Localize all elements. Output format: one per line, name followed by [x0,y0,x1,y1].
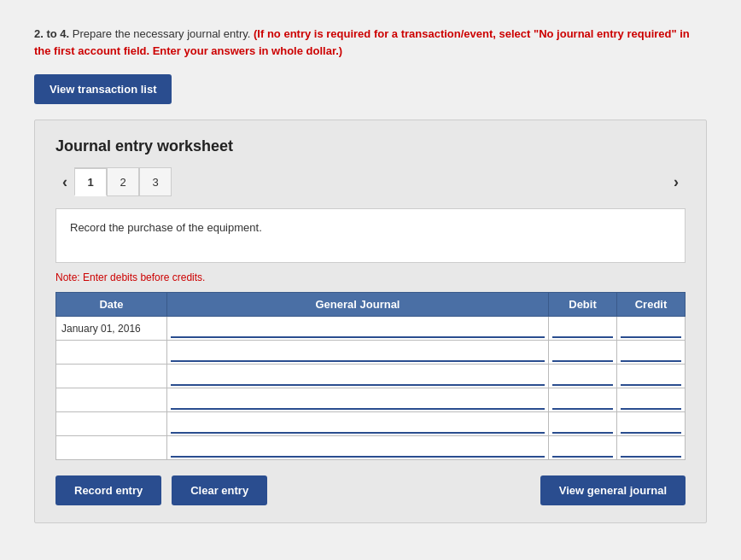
tabs-navigation: ‹ 1 2 3 › [55,167,686,196]
table-row [56,412,686,436]
cell-debit[interactable] [549,341,617,365]
cell-debit[interactable] [549,317,617,341]
cell-debit[interactable] [549,388,617,412]
journal-input[interactable] [171,343,545,362]
worksheet-title: Journal entry worksheet [55,137,686,155]
cell-credit[interactable] [617,341,686,365]
step-label: 2. to 4. [34,27,69,40]
cell-journal[interactable] [167,436,549,460]
cell-credit[interactable] [617,412,686,436]
cell-journal[interactable] [167,412,549,436]
action-buttons-row: Record entry Clear entry View general jo… [55,475,686,505]
col-header-journal: General Journal [167,293,549,317]
journal-input[interactable] [171,367,545,386]
cell-credit[interactable] [617,317,686,341]
cell-credit[interactable] [617,436,686,460]
journal-table: Date General Journal Debit Credit Januar… [55,292,686,460]
cell-credit[interactable] [617,388,686,412]
col-header-date: Date [56,293,167,317]
col-header-credit: Credit [617,293,686,317]
table-row [56,341,686,365]
next-tab-button[interactable]: › [667,171,686,193]
cell-debit[interactable] [549,365,617,388]
record-entry-button[interactable]: Record entry [55,475,161,505]
cell-date[interactable] [56,412,167,436]
journal-input[interactable] [171,415,545,434]
view-general-journal-button[interactable]: View general journal [540,475,686,505]
debit-input[interactable] [552,319,613,338]
credit-input[interactable] [621,367,681,386]
note-text: Note: Enter debits before credits. [55,271,686,283]
cell-date[interactable] [56,365,167,388]
entry-description: Record the purchase of the equipment. [55,208,686,263]
instructions: 2. to 4. Prepare the necessary journal e… [34,26,707,59]
cell-debit[interactable] [549,436,617,460]
credit-input[interactable] [621,439,681,458]
view-transaction-button[interactable]: View transaction list [34,74,172,104]
clear-entry-button[interactable]: Clear entry [172,475,267,505]
journal-input[interactable] [171,319,545,338]
worksheet-container: Journal entry worksheet ‹ 1 2 3 › Record… [34,120,707,523]
tab-1[interactable]: 1 [74,167,107,196]
cell-date: January 01, 2016 [56,317,167,341]
cell-credit[interactable] [617,365,686,388]
cell-date[interactable] [56,436,167,460]
journal-input[interactable] [171,439,545,458]
credit-input[interactable] [621,343,681,362]
cell-date[interactable] [56,341,167,365]
debit-input[interactable] [552,367,613,386]
debit-input[interactable] [552,439,613,458]
credit-input[interactable] [621,415,681,434]
table-row [56,388,686,412]
col-header-debit: Debit [549,293,617,317]
debit-input[interactable] [552,415,613,434]
tab-2[interactable]: 2 [107,167,139,196]
cell-journal[interactable] [167,341,549,365]
table-row: January 01, 2016 [56,317,686,341]
step-text: Prepare the necessary journal entry. [73,27,251,40]
debit-input[interactable] [552,391,613,410]
tabs-list: 1 2 3 [74,167,667,196]
credit-input[interactable] [621,319,681,338]
cell-journal[interactable] [167,365,549,388]
cell-debit[interactable] [549,412,617,436]
journal-input[interactable] [171,391,545,410]
table-row [56,436,686,460]
table-row [56,365,686,388]
cell-date[interactable] [56,388,167,412]
debit-input[interactable] [552,343,613,362]
tab-3[interactable]: 3 [139,167,172,196]
cell-journal[interactable] [167,388,549,412]
credit-input[interactable] [621,391,681,410]
prev-tab-button[interactable]: ‹ [55,171,74,193]
cell-journal[interactable] [167,317,549,341]
